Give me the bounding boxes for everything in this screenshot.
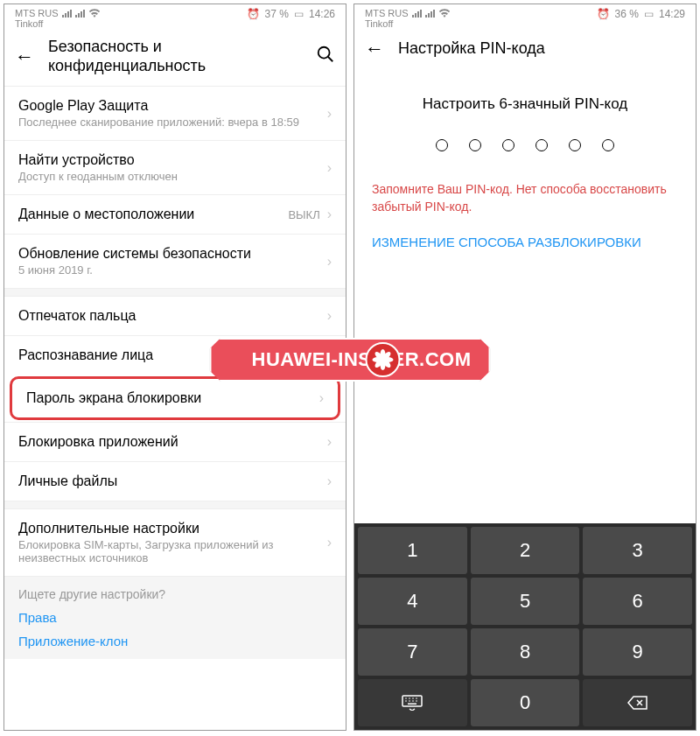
carrier-label-2: Tinkoff <box>365 18 451 29</box>
key-9[interactable]: 9 <box>583 628 692 676</box>
chevron-right-icon: › <box>327 473 332 489</box>
pin-dot <box>502 139 514 151</box>
svg-point-7 <box>406 700 408 702</box>
carrier-label-2: Tinkoff <box>15 18 101 29</box>
item-find-device[interactable]: Найти устройствоДоступ к геоданным отклю… <box>4 140 346 194</box>
svg-point-10 <box>416 700 418 702</box>
svg-point-3 <box>406 697 408 699</box>
chevron-right-icon: › <box>327 434 332 450</box>
section-divider <box>4 288 346 297</box>
key-backspace[interactable] <box>583 679 692 726</box>
battery-percent: 37 % <box>265 8 289 20</box>
svg-point-0 <box>318 47 330 59</box>
item-additional-settings[interactable]: Дополнительные настройкиБлокировка SIM-к… <box>4 509 346 576</box>
footer-search-hints: Ищете другие настройки? Права Приложение… <box>4 576 346 659</box>
item-security-update[interactable]: Обновление системы безопасности5 июня 20… <box>4 234 346 288</box>
watermark-overlay: HUAWEI-INSIDER.COM <box>210 338 491 382</box>
item-title: Google Play Защита <box>18 98 327 114</box>
item-google-play-protect[interactable]: Google Play ЗащитаПоследнее сканирование… <box>4 86 346 140</box>
item-private-files[interactable]: Личные файлы › <box>4 461 346 501</box>
change-unlock-method[interactable]: ИЗМЕНЕНИЕ СПОСОБА РАЗБЛОКИРОВКИ <box>354 235 696 249</box>
item-title: Дополнительные настройки <box>18 521 327 536</box>
key-7[interactable]: 7 <box>358 628 467 676</box>
svg-point-4 <box>410 697 411 699</box>
chevron-right-icon: › <box>327 160 332 176</box>
watermark-text: HUAWEI-INSIDER.COM <box>210 338 491 382</box>
alarm-icon: ⏰ <box>597 8 610 20</box>
pin-prompt: Настроить 6-значный PIN-код <box>354 71 696 139</box>
page-title: Настройка PIN-кода <box>398 39 685 59</box>
signal-icon <box>75 10 85 18</box>
back-button[interactable]: ← <box>365 38 384 60</box>
clock: 14:26 <box>309 8 335 20</box>
item-subtitle: Блокировка SIM-карты, Загрузка приложени… <box>18 538 327 564</box>
svg-rect-11 <box>408 704 416 705</box>
battery-percent: 36 % <box>615 8 639 20</box>
statusbar: MTS RUS Tinkoff ⏰ 37 % ▭ 14:26 <box>4 4 346 31</box>
item-title: Личные файлы <box>18 473 327 489</box>
section-divider <box>4 501 346 509</box>
key-4[interactable]: 4 <box>358 578 467 625</box>
item-subtitle: Последнее сканирование приложений: вчера… <box>18 116 327 129</box>
footer-prompt: Ищете другие настройки? <box>18 587 332 601</box>
carrier-label: MTS RUS <box>15 8 59 18</box>
key-hide-keyboard[interactable] <box>358 679 467 726</box>
item-lockscreen-password[interactable]: Пароль экрана блокировки › <box>12 379 338 417</box>
item-title: Блокировка приложений <box>18 434 327 450</box>
item-title: Обновление системы безопасности <box>18 246 327 262</box>
wifi-icon <box>88 9 101 18</box>
alarm-icon: ⏰ <box>247 8 260 20</box>
pin-dot <box>602 139 614 151</box>
numeric-keypad: 1 2 3 4 5 6 7 8 9 0 <box>354 523 696 730</box>
pin-warning: Запомните Ваш PIN-код. Нет способа восст… <box>354 178 696 235</box>
back-button[interactable]: ← <box>15 46 34 68</box>
carrier-label: MTS RUS <box>365 8 409 18</box>
screen-header: ← Настройка PIN-кода <box>354 31 696 71</box>
footer-link-permissions[interactable]: Права <box>18 610 332 625</box>
wifi-icon <box>438 9 451 18</box>
item-app-lock[interactable]: Блокировка приложений › <box>4 422 346 461</box>
item-fingerprint[interactable]: Отпечаток пальца › <box>4 297 346 335</box>
screen-header: ← Безопасность и конфиденциальность <box>4 31 346 86</box>
chevron-right-icon: › <box>327 254 332 270</box>
item-title: Данные о местоположении <box>18 207 288 222</box>
chevron-right-icon: › <box>327 106 332 122</box>
key-3[interactable]: 3 <box>583 527 692 574</box>
key-8[interactable]: 8 <box>471 628 580 676</box>
highlighted-item: Пароль экрана блокировки › <box>10 376 340 420</box>
chevron-right-icon: › <box>327 535 332 550</box>
battery-icon: ▭ <box>294 8 304 20</box>
svg-point-5 <box>413 697 415 699</box>
svg-point-8 <box>410 700 411 702</box>
settings-list: Google Play ЗащитаПоследнее сканирование… <box>4 86 346 730</box>
chevron-right-icon: › <box>327 308 332 324</box>
item-title: Найти устройство <box>18 152 327 168</box>
signal-icon <box>412 10 422 18</box>
signal-icon <box>425 10 435 18</box>
pin-dot <box>569 139 581 151</box>
key-0[interactable]: 0 <box>471 679 580 726</box>
footer-link-appclone[interactable]: Приложение-клон <box>18 634 332 648</box>
chevron-right-icon: › <box>319 390 324 406</box>
pin-dot <box>536 139 548 151</box>
key-1[interactable]: 1 <box>358 527 467 574</box>
key-5[interactable]: 5 <box>471 578 580 625</box>
battery-icon: ▭ <box>644 8 654 20</box>
item-location-data[interactable]: Данные о местоположении ВЫКЛ › <box>4 194 346 234</box>
signal-icon <box>62 10 72 18</box>
svg-point-6 <box>416 697 418 699</box>
item-subtitle: 5 июня 2019 г. <box>18 263 327 277</box>
svg-line-1 <box>328 57 333 62</box>
page-title: Безопасность и конфиденциальность <box>48 38 302 75</box>
key-2[interactable]: 2 <box>471 527 580 574</box>
pin-dot <box>469 139 481 151</box>
chevron-right-icon: › <box>327 207 332 222</box>
key-6[interactable]: 6 <box>583 578 692 625</box>
search-button[interactable] <box>316 45 335 68</box>
clock: 14:29 <box>659 8 685 20</box>
pin-input-dots <box>354 139 696 178</box>
item-status: ВЫКЛ <box>288 208 319 221</box>
item-title: Отпечаток пальца <box>18 308 327 324</box>
huawei-logo-icon <box>366 342 401 377</box>
statusbar: MTS RUS Tinkoff ⏰ 36 % ▭ 14:29 <box>354 4 696 31</box>
